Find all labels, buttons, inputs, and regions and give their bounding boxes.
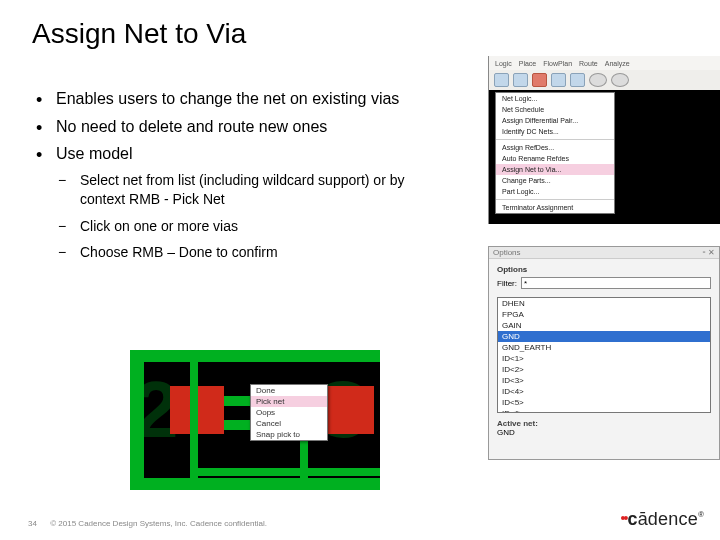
menu-item: Auto Rename Refdes [496,153,614,164]
bullet-item: Enables users to change the net on exist… [34,88,434,110]
toolbar-icon [570,73,585,87]
sub-bullet: Click on one or more vias [56,217,434,236]
menu-item: Assign Differential Pair... [496,115,614,126]
bullet-item: No need to delete and route new ones [34,116,434,138]
toolbar-icon [532,73,547,87]
toolbar [489,70,720,90]
ribbon-tab: Place [519,60,537,67]
ribbon-tab: Route [579,60,598,67]
zoom-icon [611,73,629,87]
list-item-selected[interactable]: GND [498,331,710,342]
toolbar-icon [494,73,509,87]
filter-input[interactable] [521,277,711,289]
ribbon-tab: FlowPlan [543,60,572,67]
menu-item: Part Logic... [496,186,614,197]
list-item[interactable]: GND_EARTH [498,342,710,353]
ribbon-tabs: Logic Place FlowPlan Route Analyze [489,56,720,70]
menu-item: Terminator Assignment [496,202,614,213]
list-item[interactable]: FPGA [498,309,710,320]
sub-bullet: Choose RMB – Done to confirm [56,243,434,262]
sub-bullet: Select net from list (including wildcard… [56,171,434,209]
options-panel: Options ⁃ ✕ Options Filter: DHEN FPGA GA… [488,246,720,460]
ribbon-tab: Analyze [605,60,630,67]
bullet-item: Use model [34,143,434,165]
list-item[interactable]: DHEN [498,298,710,309]
menu-item: Net Logic... [496,93,614,104]
page-number: 34 [28,519,48,528]
toolbar-icon [551,73,566,87]
list-item[interactable]: ID<2> [498,364,710,375]
list-item[interactable]: ID<1> [498,353,710,364]
zoom-icon [589,73,607,87]
menu-item-highlighted: Assign Net to Via... [496,164,614,175]
slide-content: Enables users to change the net on exist… [34,88,434,270]
list-item[interactable]: ID<6> [498,408,710,413]
logic-dropdown: Net Logic... Net Schedule Assign Differe… [495,92,615,214]
close-icon: ⁃ ✕ [702,248,715,257]
copyright: © 2015 Cadence Design Systems, Inc. Cade… [50,519,267,528]
section-label: Options [497,265,711,274]
menu-item: Change Parts... [496,175,614,186]
list-item[interactable]: GAIN [498,320,710,331]
menu-screenshot: Logic Place FlowPlan Route Analyze Net L… [488,56,720,224]
active-net-label: Active net: [497,419,711,428]
list-item[interactable]: ID<3> [498,375,710,386]
pcb-screenshot: 2 C Done Pick net Oops Cancel Snap pick … [130,350,380,490]
list-item[interactable]: ID<4> [498,386,710,397]
footer: 34 © 2015 Cadence Design Systems, Inc. C… [28,519,267,528]
ctx-item: Oops [251,407,327,418]
filter-label: Filter: [497,279,517,288]
net-listbox[interactable]: DHEN FPGA GAIN GND GND_EARTH ID<1> ID<2>… [497,297,711,413]
ctx-item: Cancel [251,418,327,429]
menu-item: Identify DC Nets... [496,126,614,137]
ctx-item-highlighted: Pick net [251,396,327,407]
context-menu: Done Pick net Oops Cancel Snap pick to [250,384,328,441]
toolbar-icon [513,73,528,87]
active-net-value: GND [497,428,515,437]
ctx-item: Done [251,385,327,396]
list-item[interactable]: ID<5> [498,397,710,408]
menu-item: Net Schedule [496,104,614,115]
ribbon-tab: Logic [495,60,512,67]
panel-title: Options [493,248,521,257]
ctx-item: Snap pick to [251,429,327,440]
menu-item: Assign RefDes... [496,142,614,153]
slide-title: Assign Net to Via [32,18,246,50]
brand-logo: ••cādence® [621,509,704,530]
